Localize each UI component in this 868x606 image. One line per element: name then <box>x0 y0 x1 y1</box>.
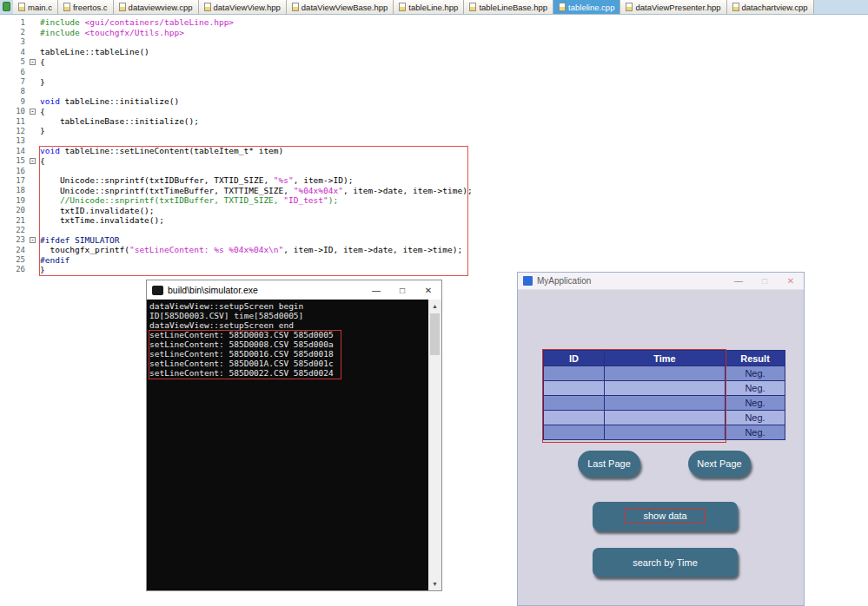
code-text: touchgfx_printf("setLineContent: %s %04x… <box>40 245 462 254</box>
code-line: 8 <box>0 87 868 96</box>
myapplication-window: MyApplication — □ ✕ IDTimeResult Neg.Neg… <box>517 272 805 606</box>
table-cell-id <box>544 425 605 440</box>
fold-marker-icon[interactable]: - <box>30 59 36 65</box>
tab-dataviewview.cpp[interactable]: dataviewview.cpp <box>114 0 199 14</box>
tab-tableline.cpp[interactable]: tableline.cpp <box>553 0 620 14</box>
app-icon <box>523 276 533 286</box>
console-line: setLineContent: 585D0003.CSV 585d0005 <box>149 330 428 339</box>
code-text: } <box>40 265 45 274</box>
app-close-button[interactable]: ✕ <box>778 273 804 289</box>
tab-dataViewViewBase.hpp[interactable]: dataViewViewBase.hpp <box>287 0 394 14</box>
scroll-down-icon[interactable]: ▼ <box>428 577 441 590</box>
code-line: 17 Unicode::snprintf(txtIDBuffer, TXTID_… <box>0 175 868 185</box>
line-number: 12 <box>0 127 28 135</box>
code-text: txtTime.invalidate(); <box>40 215 164 225</box>
console-scrollbar[interactable]: ▲ ▼ <box>428 300 441 590</box>
tab-tableLine.hpp[interactable]: tableLine.hpp <box>394 0 464 14</box>
file-icon <box>63 3 70 11</box>
scroll-up-icon[interactable]: ▲ <box>428 300 441 313</box>
table-cell-time <box>605 411 726 425</box>
line-number: 13 <box>0 136 28 145</box>
code-text: tableLineBase::initialize(); <box>40 116 199 126</box>
code-text: void tableLine::setLineContent(tableItem… <box>40 146 283 155</box>
search-by-time-button[interactable]: search by Time <box>593 548 738 576</box>
file-icon <box>626 3 633 11</box>
code-text: #endif <box>40 255 70 265</box>
code-line: 22 <box>0 225 868 234</box>
code-text: { <box>40 156 45 166</box>
table-cell-result: Neg. <box>726 366 785 381</box>
code-text: #include <gui/containers/tableLine.hpp> <box>40 17 234 27</box>
tab-label: freertos.c <box>73 3 108 12</box>
code-line: 19 //Unicode::snprintf(txtIDBuffer, TXTI… <box>0 195 868 205</box>
code-line: 21 txtTime.invalidate(); <box>0 215 868 225</box>
code-line: 5-{ <box>0 57 868 67</box>
code-line: 24 touchgfx_printf("setLineContent: %s %… <box>0 245 868 254</box>
console-lines: dataViewView::setupScreen beginID[585D00… <box>149 301 428 378</box>
line-number: 14 <box>0 147 28 155</box>
table-row: Neg. <box>544 366 785 381</box>
console-line: setLineContent: 585D0016.CSV 585d0018 <box>149 349 428 359</box>
fold-marker-icon[interactable]: - <box>30 158 36 164</box>
last-page-button[interactable]: Last Page <box>578 451 640 477</box>
table-cell-id <box>544 381 605 396</box>
code-line: 7} <box>0 76 868 86</box>
annotation-rect-show-data: show data <box>625 509 705 524</box>
code-text: tableLine::tableLine() <box>40 47 149 56</box>
code-line: 1#include <gui/containers/tableLine.hpp> <box>0 17 868 27</box>
console-minimize-button[interactable]: — <box>363 280 389 300</box>
app-titlebar[interactable]: MyApplication — □ ✕ <box>518 273 804 290</box>
app-window-controls: — □ ✕ <box>726 273 804 289</box>
fold-column: - <box>28 237 37 243</box>
code-text: void tableLine::initialize() <box>40 96 179 106</box>
tab-freertos.c[interactable]: freertos.c <box>58 0 114 14</box>
scroll-thumb[interactable] <box>430 313 440 355</box>
line-number: 16 <box>0 167 28 175</box>
code-line: 23-#ifdef SIMULATOR <box>0 235 868 245</box>
code-line: 10-{ <box>0 107 868 116</box>
tab-label: dataViewView.hpp <box>214 3 281 12</box>
table-row: Neg. <box>544 411 785 425</box>
table-cell-result: Neg. <box>726 425 785 440</box>
console-icon <box>152 286 163 295</box>
file-icon <box>292 3 299 11</box>
next-page-button[interactable]: Next Page <box>688 451 751 477</box>
fold-marker-icon[interactable]: - <box>30 237 36 243</box>
table-header-time: Time <box>605 351 726 366</box>
app-body: IDTimeResult Neg.Neg.Neg.Neg.Neg. Last P… <box>518 290 804 605</box>
table-row: Neg. <box>544 381 785 396</box>
fold-column: - <box>28 158 37 164</box>
code-text: } <box>40 77 45 87</box>
tab-label: tableLineBase.hpp <box>479 3 547 12</box>
line-number: 6 <box>0 68 28 76</box>
app-minimize-button[interactable]: — <box>726 273 752 289</box>
console-maximize-button[interactable]: □ <box>389 280 415 300</box>
console-titlebar[interactable]: build\bin\simulator.exe — □ ✕ <box>147 280 441 300</box>
file-icon <box>399 3 406 11</box>
tab-main.c[interactable]: main.c <box>13 0 58 14</box>
app-maximize-button[interactable]: □ <box>752 273 778 289</box>
fold-marker-icon[interactable]: - <box>30 109 36 115</box>
code-text: txtID.invalidate(); <box>40 206 155 215</box>
table-row: Neg. <box>544 396 785 411</box>
tab-tableLineBase.hpp[interactable]: tableLineBase.hpp <box>464 0 553 14</box>
file-icon <box>204 3 211 11</box>
code-line: 25#endif <box>0 254 868 264</box>
line-number: 17 <box>0 176 28 185</box>
line-number: 7 <box>0 77 28 86</box>
tab-label: datachartview.cpp <box>742 3 808 12</box>
file-icon <box>559 3 566 11</box>
tab-label: dataViewViewBase.hpp <box>301 3 388 12</box>
code-text: { <box>40 107 45 116</box>
tab-datachartview.cpp[interactable]: datachartview.cpp <box>727 0 814 14</box>
code-line: 4tableLine::tableLine() <box>0 47 868 56</box>
code-text: } <box>40 126 45 135</box>
tab-dataViewPresenter.hpp[interactable]: dataViewPresenter.hpp <box>620 0 726 14</box>
line-number: 8 <box>0 87 28 96</box>
code-line: 18 Unicode::snprintf(txtTimeBuffer, TXTT… <box>0 186 868 195</box>
console-line: setLineContent: 585D0022.CSV 585d0024 <box>149 368 428 378</box>
console-output: dataViewView::setupScreen beginID[585D00… <box>147 300 428 590</box>
show-data-button[interactable]: show data <box>593 502 738 530</box>
tab-dataViewView.hpp[interactable]: dataViewView.hpp <box>199 0 287 14</box>
console-close-button[interactable]: ✕ <box>415 280 441 300</box>
